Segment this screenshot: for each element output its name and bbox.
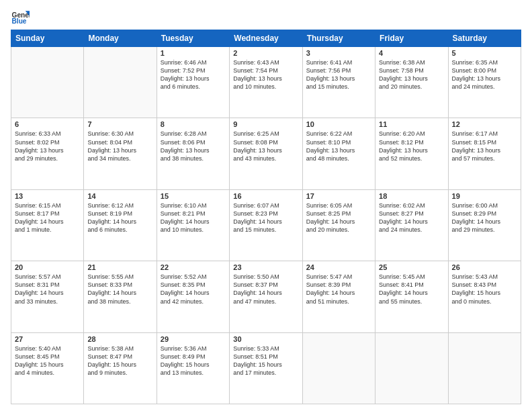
day-cell: 3Sunrise: 6:41 AM Sunset: 7:56 PM Daylig…	[302, 47, 375, 118]
day-cell: 29Sunrise: 5:36 AM Sunset: 8:49 PM Dayli…	[157, 332, 229, 404]
day-number: 24	[306, 263, 371, 271]
day-number: 2	[233, 49, 298, 57]
day-cell: 16Sunrise: 6:07 AM Sunset: 8:23 PM Dayli…	[230, 189, 302, 261]
day-cell: 12Sunrise: 6:17 AM Sunset: 8:15 PM Dayli…	[448, 118, 521, 189]
day-info: Sunrise: 5:40 AM Sunset: 8:45 PM Dayligh…	[15, 345, 80, 377]
day-number: 10	[306, 120, 371, 128]
day-number: 8	[161, 120, 226, 128]
day-info: Sunrise: 5:57 AM Sunset: 8:31 PM Dayligh…	[15, 273, 80, 306]
day-cell: 11Sunrise: 6:20 AM Sunset: 8:12 PM Dayli…	[375, 118, 448, 189]
day-cell: 7Sunrise: 6:30 AM Sunset: 8:04 PM Daylig…	[84, 118, 157, 189]
weekday-header-thursday: Thursday	[302, 30, 375, 47]
day-number: 18	[379, 192, 444, 200]
day-number: 13	[15, 192, 80, 200]
day-cell: 26Sunrise: 5:43 AM Sunset: 8:43 PM Dayli…	[448, 261, 521, 332]
weekday-header-friday: Friday	[375, 30, 448, 47]
day-info: Sunrise: 6:20 AM Sunset: 8:12 PM Dayligh…	[379, 130, 444, 163]
day-cell: 25Sunrise: 5:45 AM Sunset: 8:41 PM Dayli…	[375, 261, 448, 332]
day-number: 30	[233, 335, 298, 343]
day-info: Sunrise: 5:50 AM Sunset: 8:37 PM Dayligh…	[233, 273, 298, 306]
day-cell: 6Sunrise: 6:33 AM Sunset: 8:02 PM Daylig…	[11, 118, 84, 189]
logo-icon: General Blue	[11, 7, 30, 26]
day-cell: 30Sunrise: 5:33 AM Sunset: 8:51 PM Dayli…	[230, 332, 302, 404]
day-number: 21	[87, 263, 152, 271]
weekday-header-saturday: Saturday	[448, 30, 521, 47]
day-cell: 2Sunrise: 6:43 AM Sunset: 7:54 PM Daylig…	[230, 47, 302, 118]
page: General Blue SundayMondayTuesdayWednesda…	[0, 0, 532, 411]
day-cell: 21Sunrise: 5:55 AM Sunset: 8:33 PM Dayli…	[84, 261, 157, 332]
day-cell: 13Sunrise: 6:15 AM Sunset: 8:17 PM Dayli…	[11, 189, 84, 261]
day-cell: 24Sunrise: 5:47 AM Sunset: 8:39 PM Dayli…	[302, 261, 375, 332]
day-number: 22	[161, 263, 226, 271]
day-info: Sunrise: 6:17 AM Sunset: 8:15 PM Dayligh…	[452, 130, 517, 163]
day-info: Sunrise: 5:45 AM Sunset: 8:41 PM Dayligh…	[379, 273, 444, 306]
logo: General Blue	[11, 7, 30, 26]
day-info: Sunrise: 5:55 AM Sunset: 8:33 PM Dayligh…	[87, 273, 152, 306]
svg-text:Blue: Blue	[12, 17, 27, 25]
day-cell: 10Sunrise: 6:22 AM Sunset: 8:10 PM Dayli…	[302, 118, 375, 189]
day-cell: 5Sunrise: 6:35 AM Sunset: 8:00 PM Daylig…	[448, 47, 521, 118]
day-number: 15	[161, 192, 226, 200]
day-cell: 19Sunrise: 6:00 AM Sunset: 8:29 PM Dayli…	[448, 189, 521, 261]
calendar-table: SundayMondayTuesdayWednesdayThursdayFrid…	[11, 30, 521, 404]
day-cell: 27Sunrise: 5:40 AM Sunset: 8:45 PM Dayli…	[11, 332, 84, 404]
day-cell: 23Sunrise: 5:50 AM Sunset: 8:37 PM Dayli…	[230, 261, 302, 332]
weekday-header-wednesday: Wednesday	[230, 30, 302, 47]
day-number: 4	[379, 49, 444, 57]
day-info: Sunrise: 5:36 AM Sunset: 8:49 PM Dayligh…	[161, 345, 226, 377]
day-info: Sunrise: 6:05 AM Sunset: 8:25 PM Dayligh…	[306, 201, 371, 234]
day-cell	[84, 47, 157, 118]
day-info: Sunrise: 6:38 AM Sunset: 7:58 PM Dayligh…	[379, 58, 444, 91]
day-number: 11	[379, 120, 444, 128]
day-cell	[302, 332, 375, 404]
day-cell: 22Sunrise: 5:52 AM Sunset: 8:35 PM Dayli…	[157, 261, 229, 332]
day-cell: 15Sunrise: 6:10 AM Sunset: 8:21 PM Dayli…	[157, 189, 229, 261]
day-number: 27	[15, 335, 80, 343]
day-number: 20	[15, 263, 80, 271]
day-info: Sunrise: 5:52 AM Sunset: 8:35 PM Dayligh…	[161, 273, 226, 306]
day-cell	[375, 332, 448, 404]
day-info: Sunrise: 6:15 AM Sunset: 8:17 PM Dayligh…	[15, 201, 80, 234]
day-cell: 1Sunrise: 6:46 AM Sunset: 7:52 PM Daylig…	[157, 47, 229, 118]
week-row-3: 13Sunrise: 6:15 AM Sunset: 8:17 PM Dayli…	[11, 189, 521, 261]
weekday-header-sunday: Sunday	[11, 30, 84, 47]
weekday-header-tuesday: Tuesday	[157, 30, 229, 47]
day-info: Sunrise: 6:02 AM Sunset: 8:27 PM Dayligh…	[379, 201, 444, 234]
day-info: Sunrise: 6:22 AM Sunset: 8:10 PM Dayligh…	[306, 130, 371, 163]
day-number: 3	[306, 49, 371, 57]
day-number: 19	[452, 192, 517, 200]
day-info: Sunrise: 5:43 AM Sunset: 8:43 PM Dayligh…	[452, 273, 517, 306]
day-cell: 28Sunrise: 5:38 AM Sunset: 8:47 PM Dayli…	[84, 332, 157, 404]
day-number: 25	[379, 263, 444, 271]
day-info: Sunrise: 6:10 AM Sunset: 8:21 PM Dayligh…	[161, 201, 226, 234]
day-number: 23	[233, 263, 298, 271]
day-number: 16	[233, 192, 298, 200]
day-cell: 17Sunrise: 6:05 AM Sunset: 8:25 PM Dayli…	[302, 189, 375, 261]
week-row-4: 20Sunrise: 5:57 AM Sunset: 8:31 PM Dayli…	[11, 261, 521, 332]
weekday-header-monday: Monday	[84, 30, 157, 47]
day-cell: 9Sunrise: 6:25 AM Sunset: 8:08 PM Daylig…	[230, 118, 302, 189]
day-info: Sunrise: 5:38 AM Sunset: 8:47 PM Dayligh…	[87, 345, 152, 377]
day-info: Sunrise: 6:43 AM Sunset: 7:54 PM Dayligh…	[233, 58, 298, 91]
day-cell: 20Sunrise: 5:57 AM Sunset: 8:31 PM Dayli…	[11, 261, 84, 332]
day-info: Sunrise: 6:41 AM Sunset: 7:56 PM Dayligh…	[306, 58, 371, 91]
day-info: Sunrise: 5:33 AM Sunset: 8:51 PM Dayligh…	[233, 345, 298, 377]
day-number: 9	[233, 120, 298, 128]
day-info: Sunrise: 6:46 AM Sunset: 7:52 PM Dayligh…	[161, 58, 226, 91]
day-info: Sunrise: 6:25 AM Sunset: 8:08 PM Dayligh…	[233, 130, 298, 163]
day-number: 5	[452, 49, 517, 57]
day-info: Sunrise: 6:35 AM Sunset: 8:00 PM Dayligh…	[452, 58, 517, 91]
day-number: 28	[87, 335, 152, 343]
day-cell	[11, 47, 84, 118]
day-cell: 8Sunrise: 6:28 AM Sunset: 8:06 PM Daylig…	[157, 118, 229, 189]
day-cell	[448, 332, 521, 404]
header: General Blue	[11, 7, 521, 26]
day-number: 1	[161, 49, 226, 57]
day-number: 17	[306, 192, 371, 200]
day-number: 12	[452, 120, 517, 128]
day-info: Sunrise: 5:47 AM Sunset: 8:39 PM Dayligh…	[306, 273, 371, 306]
day-number: 6	[15, 120, 80, 128]
week-row-5: 27Sunrise: 5:40 AM Sunset: 8:45 PM Dayli…	[11, 332, 521, 404]
day-cell: 14Sunrise: 6:12 AM Sunset: 8:19 PM Dayli…	[84, 189, 157, 261]
day-info: Sunrise: 6:33 AM Sunset: 8:02 PM Dayligh…	[15, 130, 80, 163]
